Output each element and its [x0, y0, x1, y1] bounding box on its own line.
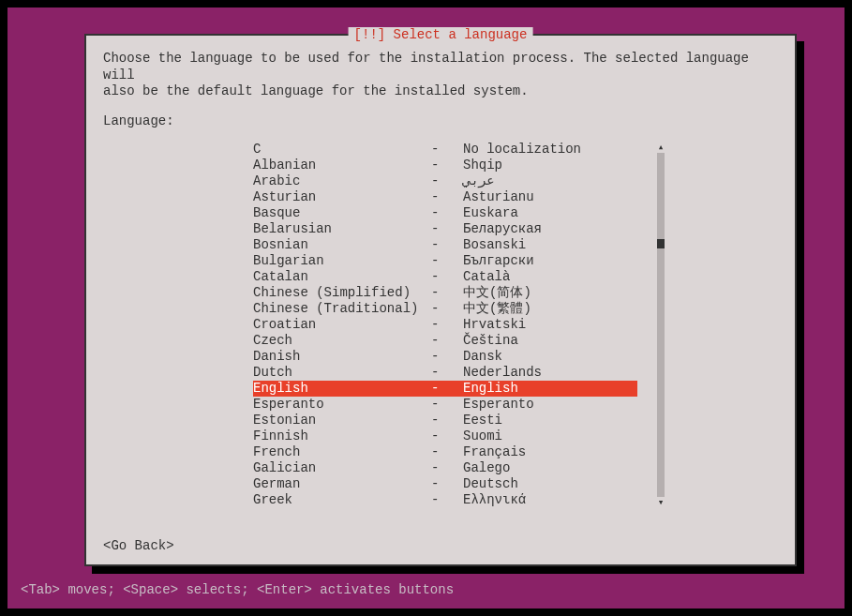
language-option[interactable]: Greek-Ελληνικά [253, 492, 637, 508]
scroll-down-icon[interactable]: ▾ [658, 497, 665, 508]
description-line: Choose the language to be used for the i… [103, 51, 778, 83]
language-option[interactable]: Asturian-Asturianu [253, 189, 637, 205]
language-native: Bosanski [463, 237, 637, 253]
language-name: Finnish [253, 428, 431, 444]
separator: - [431, 221, 463, 237]
language-native: Esperanto [463, 397, 637, 413]
language-native: Dansk [463, 349, 637, 365]
language-native: English [463, 381, 637, 397]
language-native: Eesti [463, 413, 637, 428]
language-native: Asturianu [463, 189, 637, 205]
language-native: Galego [463, 460, 637, 476]
separator: - [431, 237, 463, 253]
language-native: Shqip [463, 158, 637, 173]
language-name: Dutch [253, 365, 431, 381]
separator: - [431, 189, 463, 205]
separator: - [431, 173, 463, 189]
language-option[interactable]: Arabic-عربي [253, 173, 637, 189]
language-option[interactable]: Czech-Čeština [253, 333, 637, 349]
language-name: Arabic [253, 173, 431, 189]
separator: - [431, 253, 463, 269]
language-option[interactable]: Catalan-Català [253, 269, 637, 285]
separator: - [431, 269, 463, 285]
separator: - [431, 476, 463, 492]
separator: - [431, 444, 463, 460]
language-native: Euskara [463, 205, 637, 221]
language-name: English [253, 381, 431, 397]
language-name: Catalan [253, 269, 431, 285]
language-option[interactable]: C-No localization [253, 142, 637, 158]
language-option[interactable]: Belarusian-Беларуская [253, 221, 637, 237]
separator: - [431, 285, 463, 301]
help-line: <Tab> moves; <Space> selects; <Enter> ac… [21, 582, 454, 597]
language-option[interactable]: Estonian-Eesti [253, 413, 637, 428]
language-native: عربي [463, 173, 637, 189]
language-native: No localization [463, 142, 637, 158]
language-option[interactable]: Bosnian-Bosanski [253, 237, 637, 253]
language-name: C [253, 142, 431, 158]
language-native: Беларуская [463, 221, 637, 237]
language-option[interactable]: German-Deutsch [253, 476, 637, 492]
language-option[interactable]: Basque-Euskara [253, 205, 637, 221]
language-name: Croatian [253, 317, 431, 333]
description-line: also be the default language for the ins… [103, 83, 778, 100]
separator: - [431, 349, 463, 365]
language-name: Basque [253, 205, 431, 221]
language-native: Deutsch [463, 476, 637, 492]
language-native: 中文(简体) [463, 285, 637, 301]
separator: - [431, 333, 463, 349]
language-native: 中文(繁體) [463, 301, 637, 317]
scrollbar[interactable]: ▴ ▾ [656, 142, 665, 508]
language-name: Galician [253, 460, 431, 476]
separator: - [431, 142, 463, 158]
scroll-thumb[interactable] [657, 239, 665, 248]
separator: - [431, 301, 463, 317]
language-option[interactable]: English-English [253, 381, 637, 397]
dialog-description: Choose the language to be used for the i… [103, 51, 778, 100]
installer-background: [!!] Select a language Choose the langua… [7, 8, 845, 608]
separator: - [431, 397, 463, 413]
language-name: French [253, 444, 431, 460]
language-name: Estonian [253, 413, 431, 428]
language-native: Nederlands [463, 365, 637, 381]
separator: - [431, 381, 463, 397]
language-option[interactable]: Albanian-Shqip [253, 158, 637, 173]
dialog-content: Choose the language to be used for the i… [86, 36, 795, 519]
separator: - [431, 158, 463, 173]
language-option[interactable]: Bulgarian-Български [253, 253, 637, 269]
language-option[interactable]: Chinese (Simplified)-中文(简体) [253, 285, 637, 301]
language-option[interactable]: Finnish-Suomi [253, 428, 637, 444]
language-native: Français [463, 444, 637, 460]
go-back-button[interactable]: <Go Back> [103, 538, 174, 553]
language-name: Belarusian [253, 221, 431, 237]
separator: - [431, 317, 463, 333]
field-label: Language: [103, 113, 778, 128]
language-native: Ελληνικά [463, 492, 637, 508]
scroll-up-icon[interactable]: ▴ [658, 142, 665, 153]
scroll-track[interactable] [657, 153, 665, 497]
language-name: German [253, 476, 431, 492]
language-name: Bosnian [253, 237, 431, 253]
language-option[interactable]: Esperanto-Esperanto [253, 397, 637, 413]
language-native: Suomi [463, 428, 637, 444]
language-native: Български [463, 253, 637, 269]
language-list[interactable]: C-No localizationAlbanian-ShqipArabic-عر… [253, 142, 637, 508]
separator: - [431, 492, 463, 508]
language-option[interactable]: Danish-Dansk [253, 349, 637, 365]
separator: - [431, 365, 463, 381]
language-native: Čeština [463, 333, 637, 349]
language-option[interactable]: Galician-Galego [253, 460, 637, 476]
language-name: Esperanto [253, 397, 431, 413]
language-option[interactable]: Croatian-Hrvatski [253, 317, 637, 333]
separator: - [431, 428, 463, 444]
language-name: Asturian [253, 189, 431, 205]
language-name: Albanian [253, 158, 431, 173]
language-name: Danish [253, 349, 431, 365]
language-name: Greek [253, 492, 431, 508]
language-option[interactable]: Chinese (Traditional)-中文(繁體) [253, 301, 637, 317]
language-name: Bulgarian [253, 253, 431, 269]
separator: - [431, 460, 463, 476]
dialog-title: [!!] Select a language [349, 27, 533, 42]
language-option[interactable]: French-Français [253, 444, 637, 460]
language-option[interactable]: Dutch-Nederlands [253, 365, 637, 381]
